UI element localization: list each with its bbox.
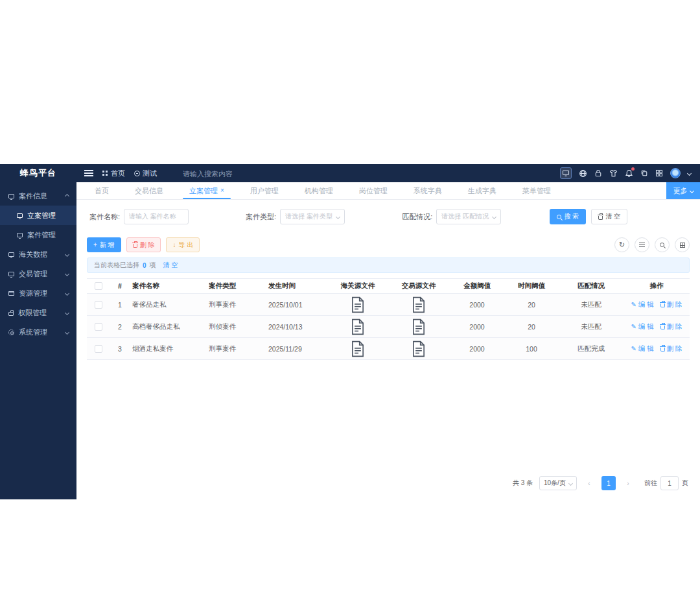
trash-icon — [660, 326, 665, 329]
sidebar-item[interactable]: 系统管理 — [0, 322, 76, 342]
tabs-more-button[interactable]: 更多 — [666, 182, 700, 199]
search-toggle-icon[interactable] — [655, 237, 670, 252]
refresh-icon[interactable]: ↻ — [614, 237, 629, 252]
case-date: 2025/10/01 — [266, 300, 328, 310]
case-type-select[interactable]: 请选择 案件类型 — [280, 209, 345, 224]
global-search[interactable] — [183, 167, 280, 179]
avatar[interactable] — [670, 168, 681, 178]
sidebar-item[interactable]: 案件管理 — [0, 225, 76, 244]
pencil-icon: ✎ — [631, 346, 636, 352]
match-status: 未匹配 — [559, 321, 624, 333]
lock-icon[interactable] — [594, 169, 602, 177]
customs-file-icon[interactable] — [328, 317, 388, 337]
page-tab[interactable]: 立案管理 × — [176, 182, 237, 199]
sidebar-item[interactable]: 立案管理 — [0, 206, 76, 225]
global-search-input[interactable] — [183, 170, 280, 178]
search-button[interactable]: 搜 索 — [550, 209, 586, 224]
next-page-button[interactable]: › — [621, 476, 635, 490]
bell-icon[interactable] — [625, 169, 633, 178]
amount-threshold: 2000 — [450, 322, 504, 332]
chevron-down-icon — [568, 481, 573, 485]
table-row: 1 奢侈品走私 刑事案件 2025/10/01 2000 20 — [87, 294, 690, 316]
case-name-input[interactable]: 请输入 案件名称 — [124, 209, 189, 224]
copy-icon[interactable] — [640, 169, 648, 177]
chevron-icon — [65, 329, 69, 334]
select-all-checkbox[interactable] — [95, 282, 102, 290]
trade-file-icon[interactable] — [388, 339, 450, 359]
goto-page-input[interactable] — [660, 476, 679, 490]
trade-file-icon[interactable] — [388, 295, 450, 315]
row-checkbox[interactable] — [95, 323, 102, 331]
case-type: 刑侦案件 — [206, 321, 266, 333]
selected-count: 0 — [143, 262, 146, 269]
chevron-down-icon[interactable] — [687, 171, 692, 175]
delete-link[interactable]: 删 除 — [660, 344, 682, 353]
sidebar-item[interactable]: 交易管理 — [0, 264, 76, 283]
breadcrumb-home[interactable]: 首页 — [102, 169, 125, 178]
sidebar-item[interactable]: 资源管理 — [0, 283, 76, 303]
close-icon[interactable]: × — [220, 187, 224, 194]
table-header-row: # 案件名称 案件类型 发生时间 海关源文件 交易源文件 金额阈值 时间阈值 匹… — [87, 278, 690, 294]
page-tab[interactable]: 系统字典 — [401, 182, 455, 199]
pencil-icon: ✎ — [631, 324, 636, 330]
page-tab[interactable]: 首页 — [82, 182, 122, 199]
topbar-actions — [560, 164, 700, 182]
breadcrumb-test[interactable]: 测试 — [134, 169, 157, 178]
page-tab[interactable]: 交易信息 — [122, 182, 176, 199]
theme-shirt-icon[interactable] — [609, 169, 618, 178]
trash-icon — [660, 348, 665, 352]
density-icon[interactable] — [635, 237, 649, 252]
delete-button[interactable]: 删 除 — [126, 237, 161, 252]
edit-link[interactable]: ✎ 编 辑 — [631, 322, 653, 331]
row-checkbox[interactable] — [95, 345, 102, 353]
case-name: 高档奢侈品走私 — [130, 321, 206, 333]
amount-threshold: 2000 — [450, 300, 504, 310]
monitor-icon[interactable] — [560, 167, 572, 179]
trash-icon — [133, 244, 137, 248]
customs-file-icon[interactable] — [328, 339, 388, 359]
selection-info-bar: 当前表格已选择 0 项 清 空 — [87, 257, 690, 273]
current-page-button[interactable]: 1 — [601, 476, 616, 490]
page-tab[interactable]: 岗位管理 — [346, 182, 401, 199]
globe-icon[interactable] — [579, 169, 587, 178]
customs-file-icon[interactable] — [328, 295, 388, 315]
column-settings-icon[interactable] — [675, 237, 690, 252]
sidebar-item[interactable]: 权限管理 — [0, 303, 76, 322]
clear-selection-link[interactable]: 清 空 — [163, 261, 178, 270]
goto-unit: 页 — [682, 479, 688, 488]
page-tab[interactable]: 生成字典 — [455, 182, 509, 199]
fullscreen-grid-icon[interactable] — [655, 169, 663, 177]
cases-table: # 案件名称 案件类型 发生时间 海关源文件 交易源文件 金额阈值 时间阈值 匹… — [87, 278, 690, 360]
chevron-down-icon — [492, 214, 496, 219]
menu-toggle-icon[interactable] — [84, 170, 93, 176]
sidebar-item[interactable]: 海关数据 — [0, 244, 76, 264]
monitor-icon — [17, 213, 23, 218]
page-tab[interactable]: 用户管理 — [237, 182, 292, 199]
edit-link[interactable]: ✎ 编 辑 — [631, 300, 653, 309]
box-icon — [8, 291, 14, 296]
page-tab[interactable]: 菜单管理 — [509, 182, 564, 199]
match-status-select[interactable]: 请选择 匹配情况 — [436, 209, 501, 224]
download-icon: ↓ — [172, 241, 176, 248]
brand-logo: 蜂鸟平台 — [0, 164, 76, 182]
grid-icon — [102, 171, 104, 173]
sidebar-item[interactable]: 案件信息 — [0, 186, 76, 206]
case-type: 刑事案件 — [206, 343, 266, 355]
export-button[interactable]: ↓ 导 出 — [166, 237, 200, 252]
reset-button[interactable]: 清 空 — [591, 209, 627, 224]
trade-file-icon[interactable] — [388, 317, 450, 337]
time-threshold: 20 — [504, 300, 559, 310]
prev-page-button[interactable]: ‹ — [582, 476, 596, 490]
match-status-label: 匹配情况: — [402, 212, 432, 222]
case-type-label: 案件类型: — [246, 212, 276, 222]
page-tab[interactable]: 机构管理 — [292, 182, 346, 199]
row-checkbox[interactable] — [95, 301, 102, 309]
table-toolbar: + 新 增 删 除 ↓ 导 出 ↻ — [76, 233, 700, 257]
table-row: 2 高档奢侈品走私 刑侦案件 2024/10/13 2000 20 — [87, 316, 690, 338]
page-size-select[interactable]: 10条/页 — [539, 476, 577, 490]
delete-link[interactable]: 删 除 — [660, 300, 682, 309]
delete-link[interactable]: 删 除 — [660, 322, 682, 331]
edit-link[interactable]: ✎ 编 辑 — [631, 344, 653, 353]
row-index: 1 — [110, 300, 130, 310]
add-button[interactable]: + 新 增 — [87, 237, 121, 252]
